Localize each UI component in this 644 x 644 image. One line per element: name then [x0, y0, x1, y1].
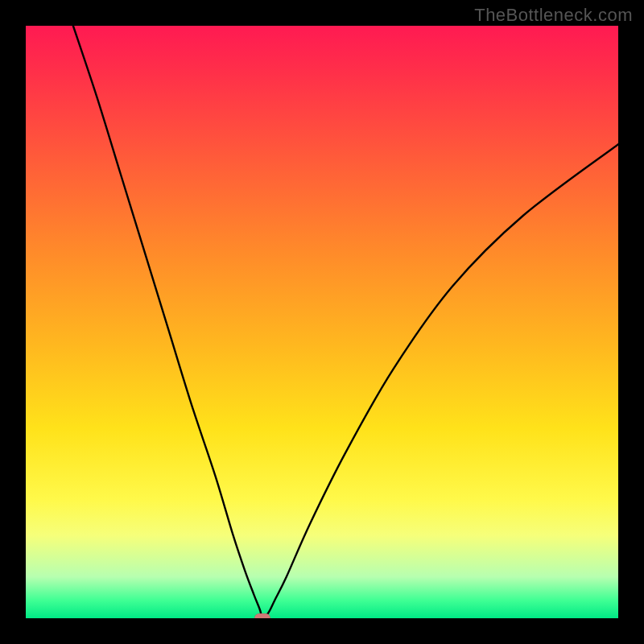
bottleneck-curve — [26, 26, 618, 618]
optimum-marker — [254, 613, 270, 618]
chart-frame: TheBottleneck.com — [0, 0, 644, 644]
plot-area — [26, 26, 618, 618]
watermark-text: TheBottleneck.com — [474, 5, 633, 26]
